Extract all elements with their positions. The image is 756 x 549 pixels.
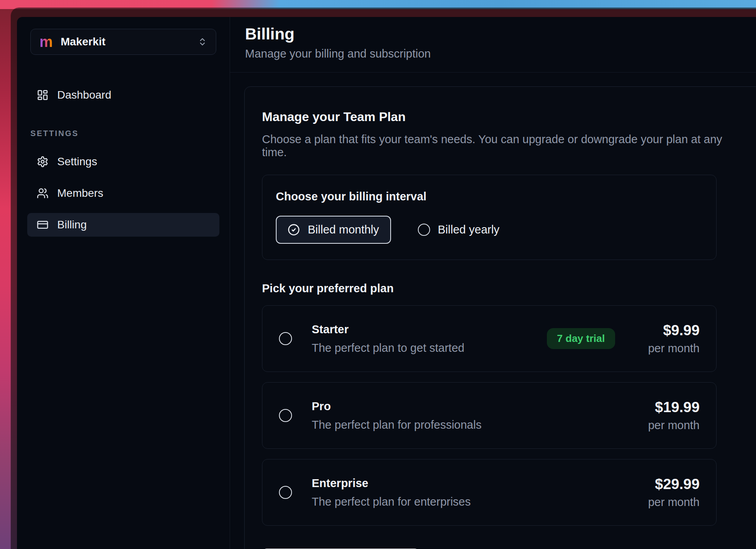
circle-check-icon — [288, 224, 300, 236]
pick-plan-label: Pick your preferred plan — [262, 282, 741, 295]
billing-interval-box: Choose your billing interval Billed mont… — [262, 175, 717, 260]
billed-monthly-option[interactable]: Billed monthly — [276, 216, 391, 244]
plan-row-starter[interactable]: Starter The perfect plan to get started … — [262, 305, 717, 372]
plan-radio[interactable] — [279, 486, 292, 499]
sidebar-item-dashboard[interactable]: Dashboard — [27, 83, 219, 107]
sidebar: m Makerkit Dashboard SETTINGS — [17, 17, 230, 549]
app-window: m Makerkit Dashboard SETTINGS — [17, 17, 756, 549]
sidebar-item-settings[interactable]: Settings — [27, 150, 219, 174]
plan-name: Starter — [312, 323, 547, 336]
trial-badge: 7 day trial — [547, 328, 615, 349]
billing-interval-options: Billed monthly Billed yearly — [276, 216, 703, 244]
plan-description: The perfect plan for enterprises — [312, 495, 636, 508]
sidebar-nav: Dashboard SETTINGS Settings Members — [30, 83, 216, 245]
plan-row-pro[interactable]: Pro The perfect plan for professionals $… — [262, 382, 717, 449]
sidebar-item-label: Members — [57, 187, 103, 200]
sidebar-item-members[interactable]: Members — [27, 181, 219, 205]
page-title: Billing — [245, 25, 756, 43]
plan-name: Enterprise — [312, 477, 636, 490]
plan-period: per month — [636, 496, 700, 509]
plan-description: The perfect plan to get started — [312, 342, 547, 355]
workspace-selector[interactable]: m Makerkit — [30, 29, 216, 55]
sidebar-section-label: SETTINGS — [30, 129, 216, 138]
plan-row-enterprise[interactable]: Enterprise The perfect plan for enterpri… — [262, 459, 717, 526]
plan-info: Starter The perfect plan to get started — [312, 323, 547, 355]
gear-icon — [37, 156, 49, 168]
card-title: Manage your Team Plan — [262, 110, 741, 124]
card-description: Choose a plan that fits your team's need… — [262, 133, 741, 159]
sidebar-item-label: Dashboard — [57, 89, 111, 101]
chevrons-up-down-icon — [198, 37, 207, 47]
screen: m Makerkit Dashboard SETTINGS — [0, 0, 756, 549]
credit-card-icon — [37, 219, 49, 231]
sidebar-item-billing[interactable]: Billing — [27, 213, 219, 237]
billing-interval-label: Choose your billing interval — [276, 190, 703, 203]
billed-yearly-option[interactable]: Billed yearly — [418, 223, 500, 236]
plan-radio[interactable] — [279, 332, 292, 345]
plan-price-stack: $29.99 per month — [636, 476, 700, 509]
plan-info: Pro The perfect plan for professionals — [312, 400, 636, 431]
plan-price: $9.99 — [636, 322, 700, 339]
radio-unchecked-icon — [418, 224, 430, 236]
users-icon — [37, 187, 49, 199]
plan-price: $29.99 — [636, 476, 700, 493]
app-window-frame: m Makerkit Dashboard SETTINGS — [11, 8, 756, 549]
dashboard-icon — [37, 89, 49, 101]
plan-price-stack: $19.99 per month — [636, 399, 700, 432]
plan-radio[interactable] — [279, 409, 292, 422]
plan-info: Enterprise The perfect plan for enterpri… — [312, 477, 636, 508]
workspace-name: Makerkit — [61, 35, 106, 48]
page-header: Billing Manage your billing and subscrip… — [230, 17, 756, 73]
makerkit-logo: m — [39, 34, 53, 49]
main-area: Billing Manage your billing and subscrip… — [230, 17, 756, 549]
page-subtitle: Manage your billing and subscription — [245, 47, 756, 60]
billed-monthly-label: Billed monthly — [308, 223, 379, 236]
sidebar-item-label: Billing — [57, 218, 87, 231]
plan-price: $19.99 — [636, 399, 700, 416]
billed-yearly-label: Billed yearly — [438, 223, 500, 236]
sidebar-item-label: Settings — [57, 155, 97, 168]
plan-description: The perfect plan for professionals — [312, 418, 636, 431]
team-plan-card: Manage your Team Plan Choose a plan that… — [244, 86, 756, 549]
plan-price-stack: $9.99 per month — [636, 322, 700, 355]
plan-period: per month — [636, 419, 700, 432]
plan-name: Pro — [312, 400, 636, 413]
plan-period: per month — [636, 342, 700, 355]
content: Manage your Team Plan Choose a plan that… — [230, 73, 756, 549]
